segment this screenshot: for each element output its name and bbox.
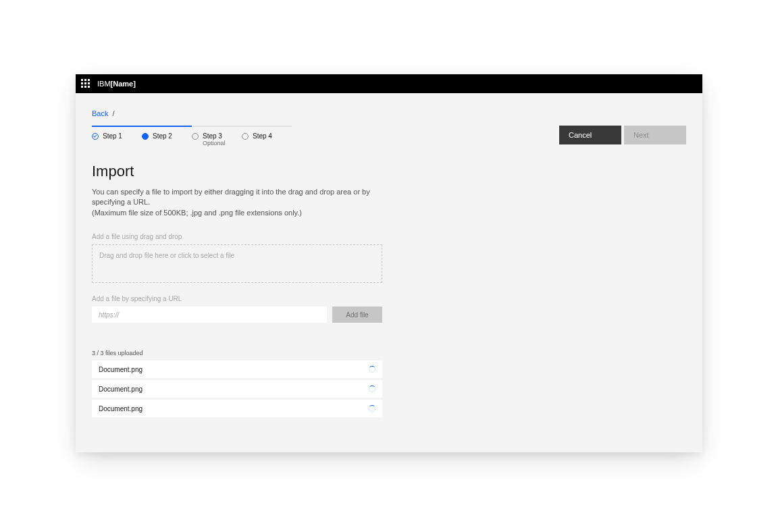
url-input[interactable] [92,307,327,323]
loading-spinner-icon [369,366,375,373]
file-name: Document.png [99,366,142,373]
step-4[interactable]: Step 4 [242,126,292,147]
file-name: Document.png [99,405,142,413]
file-name: Document.png [99,385,142,393]
loading-spinner-icon [369,385,375,392]
cancel-button[interactable]: Cancel [559,126,621,144]
file-row: Document.png [92,361,382,378]
step-label: Step 1 [103,132,122,140]
back-link[interactable]: Back [92,109,108,117]
url-row: Add file [92,307,382,323]
dropzone-label: Add a file using drag and drop [92,233,382,240]
topbar: IBM [Name] [76,74,702,93]
add-file-button[interactable]: Add file [332,307,382,323]
file-row: Document.png [92,400,382,417]
action-buttons: Cancel Next [559,126,686,144]
page-description-line1: You can specify a file to import by eith… [92,188,370,206]
file-dropzone[interactable]: Drag and drop file here or click to sele… [92,244,382,283]
step-label: Step 3 [203,132,222,140]
breadcrumb: Back / [92,109,686,117]
loading-spinner-icon [369,405,375,412]
left-column: Step 1 Step 2 Step 3 [92,126,382,419]
current-step-icon [142,133,149,140]
brand-prefix: IBM [97,80,111,88]
url-field-label: Add a file by specifying a URL [92,295,382,302]
step-2[interactable]: Step 2 [142,126,192,147]
main-row: Step 1 Step 2 Step 3 [92,126,686,419]
page-description-line2: (Maximum file size of 500KB; .jpg and .p… [92,209,302,217]
content-area: Back / Step 1 [76,93,702,435]
incomplete-step-icon [242,133,249,140]
right-column: Cancel Next [409,126,686,144]
step-3[interactable]: Step 3 Optional [192,126,242,147]
upload-count: 3 / 3 files uploaded [92,350,382,356]
check-icon [92,133,99,140]
step-label: Step 2 [153,132,172,140]
app-switcher-icon[interactable] [81,79,90,88]
brand-name: [Name] [111,80,136,88]
progress-stepper: Step 1 Step 2 Step 3 [92,126,382,147]
breadcrumb-separator: / [113,109,115,117]
page-title: Import [92,163,382,180]
file-row: Document.png [92,380,382,398]
app-frame: IBM [Name] Back / Step 1 [76,74,702,452]
step-1[interactable]: Step 1 [92,126,142,147]
incomplete-step-icon [192,133,199,140]
page-description: You can specify a file to import by eith… [92,187,382,218]
step-label: Step 4 [253,132,272,140]
step-sublabel: Optional [203,140,242,147]
next-button[interactable]: Next [624,126,686,144]
